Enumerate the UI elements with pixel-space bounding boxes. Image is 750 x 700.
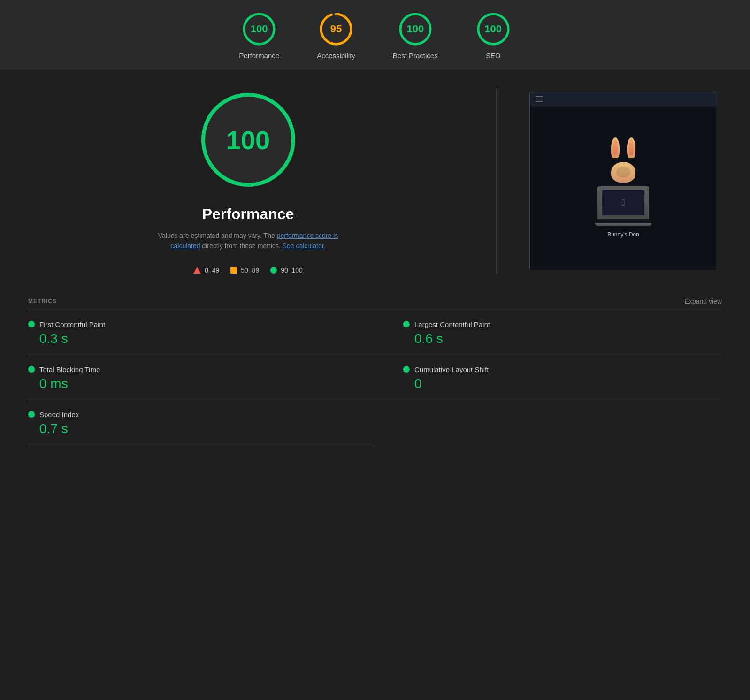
laptop-body:  bbox=[597, 186, 649, 219]
metrics-header: METRICS Expand view bbox=[28, 297, 722, 305]
metric-tbt-label-row: Total Blocking Time bbox=[28, 365, 375, 373]
legend-poor-label: 0–49 bbox=[205, 266, 219, 274]
metric-cls-value: 0 bbox=[403, 376, 722, 391]
metric-fcp-label: First Contentful Paint bbox=[39, 320, 105, 328]
expand-view-button[interactable]: Expand view bbox=[685, 297, 722, 305]
score-value-seo: 100 bbox=[484, 23, 502, 35]
legend-good-label: 90–100 bbox=[281, 266, 303, 274]
metric-fcp-value: 0.3 s bbox=[28, 331, 375, 346]
bunny-face bbox=[616, 167, 630, 177]
score-circle-performance: 100 bbox=[241, 11, 277, 47]
metric-lcp-indicator bbox=[403, 321, 410, 327]
metric-cls: Cumulative Layout Shift 0 bbox=[375, 356, 722, 401]
legend-needs-label: 50–89 bbox=[241, 266, 259, 274]
score-label-best-practices: Best Practices bbox=[393, 52, 438, 60]
metric-tbt-indicator bbox=[28, 366, 35, 373]
bunny-head bbox=[611, 162, 635, 183]
legend-poor: 0–49 bbox=[193, 266, 219, 274]
site-title-label: Bunny's Den bbox=[607, 231, 639, 238]
main-score-circle: 100 bbox=[197, 88, 300, 191]
metric-fcp: First Contentful Paint 0.3 s bbox=[28, 311, 375, 356]
score-value-performance: 100 bbox=[251, 23, 268, 35]
score-label-accessibility: Accessibility bbox=[317, 52, 355, 60]
metric-fcp-label-row: First Contentful Paint bbox=[28, 320, 375, 328]
main-content: 100 Performance Values are estimated and… bbox=[0, 69, 750, 293]
menu-line-2 bbox=[536, 99, 543, 99]
right-panel:  Bunny's Den bbox=[525, 88, 722, 274]
metric-cls-indicator bbox=[403, 366, 410, 373]
bunny-ears bbox=[611, 137, 635, 158]
left-panel: 100 Performance Values are estimated and… bbox=[28, 88, 468, 274]
page-title: Performance bbox=[202, 205, 294, 223]
metric-lcp-value: 0.6 s bbox=[403, 331, 722, 346]
laptop-base bbox=[595, 223, 651, 226]
website-screenshot:  Bunny's Den bbox=[529, 92, 717, 270]
metric-si: Speed Index 0.7 s bbox=[28, 401, 375, 446]
score-value-accessibility: 95 bbox=[330, 23, 342, 35]
metric-lcp-label-row: Largest Contentful Paint bbox=[403, 320, 722, 328]
metric-si-indicator bbox=[28, 411, 35, 418]
score-label-seo: SEO bbox=[486, 52, 501, 60]
needs-improvement-icon bbox=[230, 267, 237, 274]
performance-description: Values are estimated and may vary. The p… bbox=[145, 230, 352, 251]
score-circle-accessibility: 95 bbox=[318, 11, 354, 47]
metric-si-value: 0.7 s bbox=[28, 421, 375, 436]
good-icon bbox=[270, 267, 277, 274]
score-item-performance[interactable]: 100 Performance bbox=[239, 11, 279, 60]
bunny-mascot:  Bunny's Den bbox=[595, 137, 651, 238]
legend-good: 90–100 bbox=[270, 266, 303, 274]
poor-icon bbox=[193, 267, 201, 274]
metric-lcp-label: Largest Contentful Paint bbox=[414, 320, 490, 328]
menu-line-3 bbox=[536, 101, 543, 102]
score-label-performance: Performance bbox=[239, 52, 279, 60]
score-item-best-practices[interactable]: 100 Best Practices bbox=[393, 11, 438, 60]
panel-divider bbox=[496, 88, 497, 274]
ear-left bbox=[611, 137, 620, 158]
metric-lcp: Largest Contentful Paint 0.6 s bbox=[375, 311, 722, 356]
metrics-grid: First Contentful Paint 0.3 s Largest Con… bbox=[28, 311, 722, 446]
metric-tbt: Total Blocking Time 0 ms bbox=[28, 356, 375, 401]
menu-icon bbox=[536, 96, 543, 102]
screenshot-toolbar bbox=[530, 92, 717, 106]
score-circle-best-practices: 100 bbox=[398, 11, 433, 47]
apple-logo-icon:  bbox=[621, 198, 625, 208]
screenshot-body:  Bunny's Den bbox=[530, 106, 717, 270]
metric-cls-label: Cumulative Layout Shift bbox=[414, 365, 489, 373]
metric-tbt-value: 0 ms bbox=[28, 376, 375, 391]
main-score-value: 100 bbox=[226, 125, 270, 155]
metrics-section-title: METRICS bbox=[28, 298, 57, 304]
metrics-section: METRICS Expand view First Contentful Pai… bbox=[0, 297, 750, 446]
score-circle-seo: 100 bbox=[475, 11, 511, 47]
laptop-screen:  bbox=[602, 190, 644, 215]
score-item-accessibility[interactable]: 95 Accessibility bbox=[317, 11, 355, 60]
metric-si-label-row: Speed Index bbox=[28, 411, 375, 418]
see-calculator-link[interactable]: See calculator. bbox=[283, 242, 326, 250]
metric-fcp-indicator bbox=[28, 321, 35, 327]
score-legend: 0–49 50–89 90–100 bbox=[193, 266, 303, 274]
score-value-best-practices: 100 bbox=[406, 23, 424, 35]
legend-needs-improvement: 50–89 bbox=[230, 266, 259, 274]
ear-right bbox=[627, 137, 635, 158]
metric-cls-label-row: Cumulative Layout Shift bbox=[403, 365, 722, 373]
scores-bar: 100 Performance 95 Accessibility 100 Bes… bbox=[0, 0, 750, 69]
metric-si-label: Speed Index bbox=[39, 411, 79, 418]
score-item-seo[interactable]: 100 SEO bbox=[475, 11, 511, 60]
metric-tbt-label: Total Blocking Time bbox=[39, 365, 100, 373]
menu-line-1 bbox=[536, 96, 543, 97]
